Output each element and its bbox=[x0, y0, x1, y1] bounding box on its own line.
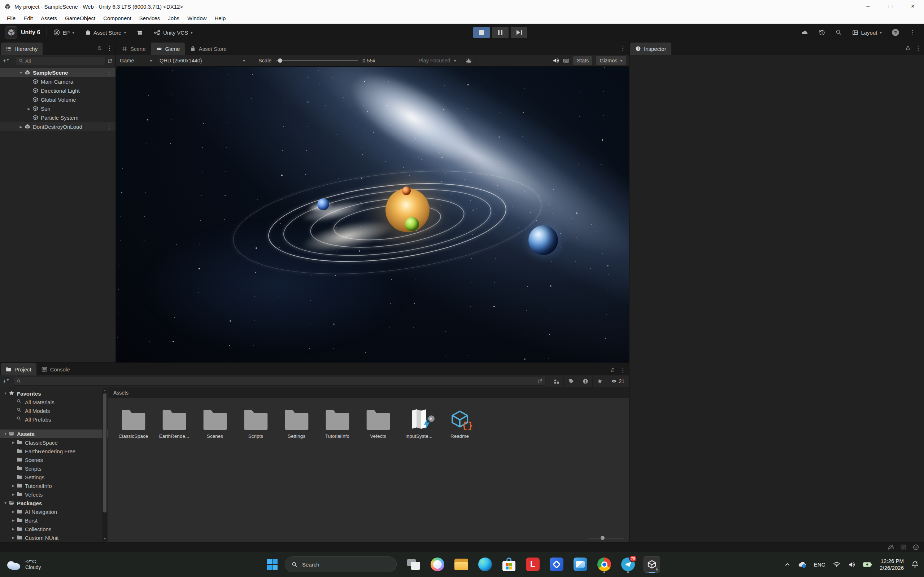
mute-audio-icon[interactable] bbox=[552, 57, 559, 64]
asset-folder[interactable]: Vefects bbox=[358, 408, 399, 439]
tree-scrollbar[interactable]: ▲ ▼ bbox=[102, 388, 107, 541]
cloud-icon[interactable] bbox=[801, 29, 809, 36]
kebab-menu-icon[interactable]: ⋮ bbox=[107, 44, 113, 52]
project-tree-item[interactable]: ▼Packages bbox=[0, 499, 108, 508]
tab-asset-store[interactable]: Asset Store bbox=[185, 43, 232, 55]
kebab-menu-icon[interactable]: ⋮ bbox=[620, 366, 626, 374]
taskbar-search[interactable]: Search bbox=[285, 556, 397, 572]
project-tree-item[interactable]: EarthRendering Free bbox=[0, 447, 108, 456]
weather-widget[interactable]: -2°C Cloudy bbox=[0, 558, 41, 571]
menu-assets[interactable]: Assets bbox=[37, 13, 61, 23]
tree-expanded-icon[interactable]: ▼ bbox=[2, 392, 9, 395]
favorites-filter-icon[interactable] bbox=[592, 376, 607, 387]
pause-button[interactable] bbox=[492, 27, 509, 38]
asset-folder[interactable]: Scripts bbox=[235, 408, 276, 439]
menu-window[interactable]: Window bbox=[183, 13, 210, 23]
kebab-menu-icon[interactable]: ⋮ bbox=[620, 44, 626, 52]
taskbar-app-edge[interactable] bbox=[477, 555, 493, 574]
taskbar-app-microsoft-store[interactable] bbox=[501, 555, 517, 574]
icon-size-knob[interactable] bbox=[601, 536, 604, 540]
project-tree-item[interactable]: All Prefabs bbox=[0, 415, 108, 424]
popout-search-icon[interactable] bbox=[538, 379, 543, 384]
menu-services[interactable]: Services bbox=[135, 13, 164, 23]
play-focused-dropdown[interactable]: Play Focused ▾ bbox=[419, 58, 456, 63]
console-status-icon[interactable] bbox=[901, 544, 906, 550]
taskbar-app-task-view[interactable] bbox=[405, 555, 422, 574]
kebab-menu-icon[interactable]: ⋮ bbox=[107, 124, 112, 130]
tree-collapsed-icon[interactable]: ▶ bbox=[17, 125, 24, 129]
hierarchy-search-field[interactable] bbox=[16, 56, 105, 65]
tree-collapsed-icon[interactable]: ▶ bbox=[25, 107, 32, 111]
hidden-count-toggle[interactable]: 21 bbox=[607, 376, 629, 387]
wifi-icon[interactable] bbox=[833, 561, 841, 568]
project-tree-item[interactable]: ▼Assets bbox=[0, 429, 108, 438]
close-button[interactable]: × bbox=[901, 0, 924, 13]
display-dropdown[interactable]: Game ▾ bbox=[116, 55, 156, 66]
menu-file[interactable]: File bbox=[3, 13, 19, 23]
asset-store-dropdown[interactable]: Asset Store ▾ bbox=[85, 29, 126, 36]
help-icon[interactable]: ? bbox=[892, 29, 899, 36]
scrollbar-thumb[interactable] bbox=[103, 393, 107, 513]
hierarchy-item[interactable]: ▶Sun bbox=[0, 104, 115, 113]
tree-expanded-icon[interactable]: ▼ bbox=[2, 432, 9, 436]
debug-bug-icon[interactable] bbox=[461, 55, 477, 66]
menu-gameobject[interactable]: GameObject bbox=[61, 13, 99, 23]
start-button[interactable] bbox=[264, 555, 281, 574]
project-tree-item[interactable]: ▼Favorites bbox=[0, 389, 108, 398]
importance-filter-icon[interactable] bbox=[578, 376, 592, 387]
cloud-offline-icon[interactable] bbox=[887, 544, 894, 550]
tab-project[interactable]: Project bbox=[1, 363, 36, 376]
taskbar-app-chrome[interactable] bbox=[596, 555, 612, 574]
asset-folder[interactable]: TutorialInfo bbox=[317, 408, 358, 439]
project-tree-item[interactable]: ▶Custom NUnit bbox=[0, 533, 108, 542]
kebab-menu-icon[interactable]: ⋮ bbox=[915, 44, 921, 52]
taskbar-app-file-explorer[interactable] bbox=[453, 555, 470, 574]
search-icon[interactable] bbox=[835, 29, 842, 36]
resolution-dropdown[interactable]: QHD (2560x1440) ▾ bbox=[156, 55, 249, 66]
lock-open-icon[interactable] bbox=[905, 45, 911, 51]
scale-slider[interactable] bbox=[276, 60, 358, 61]
menu-component[interactable]: Component bbox=[99, 13, 135, 23]
battery-icon[interactable] bbox=[863, 561, 872, 567]
project-search-input[interactable] bbox=[23, 378, 536, 384]
taskbar-app-l-app[interactable]: L bbox=[525, 555, 541, 574]
game-viewport[interactable] bbox=[116, 67, 629, 363]
step-button[interactable] bbox=[511, 27, 527, 38]
minimize-button[interactable]: – bbox=[857, 0, 879, 13]
account-dropdown[interactable]: EP ▾ bbox=[53, 29, 74, 36]
tree-expanded-icon[interactable]: ▼ bbox=[2, 501, 9, 505]
vcs-dropdown[interactable]: Unity VCS ▾ bbox=[154, 29, 193, 36]
stats-button[interactable]: Stats bbox=[573, 56, 592, 65]
tree-collapsed-icon[interactable]: ▶ bbox=[10, 519, 16, 522]
hierarchy-item[interactable]: ▼SampleScene⋮ bbox=[0, 68, 115, 77]
project-search-field[interactable] bbox=[14, 377, 545, 385]
asset-readme[interactable]: {}Readme bbox=[439, 408, 480, 439]
volume-icon[interactable] bbox=[848, 561, 855, 568]
project-tree-item[interactable]: ▶Collections bbox=[0, 525, 108, 533]
tray-chevron-up-icon[interactable] bbox=[784, 561, 790, 567]
maximize-button[interactable]: □ bbox=[879, 0, 901, 13]
create-asset-button[interactable]: +▾ bbox=[3, 377, 14, 385]
tree-collapsed-icon[interactable]: ▶ bbox=[10, 510, 16, 514]
scale-slider-knob[interactable] bbox=[278, 58, 282, 63]
project-tree-item[interactable]: All Models bbox=[0, 406, 108, 415]
project-tree-item[interactable]: Scripts bbox=[0, 464, 108, 473]
menu-jobs[interactable]: Jobs bbox=[164, 13, 183, 23]
taskbar-app-outlook[interactable] bbox=[572, 555, 589, 574]
hierarchy-search-input[interactable] bbox=[25, 58, 102, 64]
hierarchy-item[interactable]: Particle System bbox=[0, 113, 115, 122]
project-tree-item[interactable]: ▶ClassicSpace bbox=[0, 438, 108, 447]
taskbar-app-telegram[interactable]: 78 bbox=[620, 555, 636, 574]
asset-folder[interactable]: Scenes bbox=[195, 408, 235, 439]
asset-inputsystem[interactable]: InputSyste... bbox=[399, 408, 439, 439]
hierarchy-item[interactable]: Directional Light bbox=[0, 86, 115, 95]
add-object-button[interactable]: +▾ bbox=[3, 57, 14, 64]
tab-inspector[interactable]: Inspector bbox=[630, 43, 671, 55]
asset-folder[interactable]: ClassicSpace bbox=[113, 408, 154, 439]
kebab-menu-icon[interactable]: ⋮ bbox=[107, 69, 112, 76]
tree-expanded-icon[interactable]: ▼ bbox=[17, 71, 24, 75]
icon-size-slider[interactable] bbox=[588, 538, 624, 538]
asset-folder[interactable]: EarthRende... bbox=[154, 408, 195, 439]
clock[interactable]: 12:26 PM 2/26/2026 bbox=[880, 558, 904, 571]
filter-by-label-icon[interactable] bbox=[564, 376, 578, 387]
